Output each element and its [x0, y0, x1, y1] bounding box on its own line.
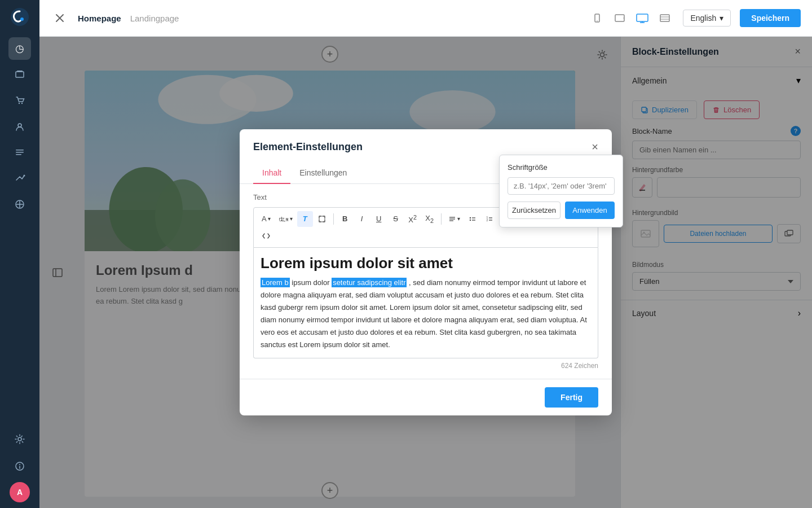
- modal-footer: Fertig: [240, 379, 612, 415]
- number-list-button[interactable]: 1 2: [482, 211, 497, 227]
- svg-point-58: [469, 217, 470, 218]
- svg-point-1: [20, 17, 24, 21]
- top-bar: Homepage Landingpage: [39, 0, 812, 37]
- selected-text-1: Lorem b: [261, 278, 290, 287]
- svg-point-4: [19, 103, 20, 104]
- svg-rect-8: [16, 152, 24, 153]
- svg-point-14: [18, 437, 21, 441]
- sidebar-item-plugins[interactable]: [8, 193, 31, 216]
- bullet-list-button[interactable]: [465, 211, 480, 227]
- sidebar-item-shopping[interactable]: [8, 89, 31, 112]
- mobile-icon[interactable]: [588, 9, 606, 27]
- gear-icon: [14, 433, 25, 445]
- shopping-icon: [14, 95, 25, 106]
- editor-body: Lorem b ipsum dolor setetur sadipscing e…: [261, 277, 591, 352]
- sidebar-item-marketing[interactable]: [8, 167, 31, 190]
- fontsize-popup-title: Schriftgröße: [508, 163, 615, 172]
- svg-rect-3: [17, 71, 23, 72]
- svg-point-23: [624, 17, 624, 18]
- svg-rect-7: [16, 150, 24, 151]
- page-title: Homepage: [78, 14, 121, 23]
- underline-button[interactable]: U: [371, 211, 387, 227]
- list-view-icon[interactable]: [656, 9, 674, 27]
- bold-button[interactable]: B: [337, 211, 353, 227]
- page-subtitle: Landingpage: [130, 14, 179, 23]
- fontsize-apply-button[interactable]: Anwenden: [565, 202, 615, 219]
- expand-button[interactable]: [314, 211, 330, 227]
- code-button[interactable]: [258, 228, 274, 244]
- sidebar-item-layers[interactable]: [8, 63, 31, 86]
- font-family-dropdown[interactable]: ꭦᴍ ▾: [275, 211, 296, 227]
- marketing-icon: [14, 173, 25, 184]
- svg-rect-22: [615, 15, 624, 21]
- sidebar-item-users[interactable]: [8, 115, 31, 138]
- svg-text:2: 2: [486, 218, 488, 222]
- done-button[interactable]: Fertig: [545, 387, 598, 408]
- content-icon: [14, 147, 25, 158]
- avatar[interactable]: A: [10, 482, 30, 502]
- text-type-button[interactable]: T: [297, 211, 313, 227]
- svg-point-6: [18, 124, 21, 127]
- svg-rect-27: [660, 15, 669, 21]
- superscript-button[interactable]: X2: [405, 211, 421, 227]
- sidebar-item-dashboard[interactable]: ◷: [8, 37, 31, 60]
- device-selector: [588, 9, 674, 27]
- info-icon: [14, 461, 25, 472]
- font-size-dropdown[interactable]: A ▾: [258, 211, 274, 227]
- svg-rect-2: [16, 72, 24, 77]
- svg-point-21: [597, 20, 598, 21]
- plugins-icon: [14, 199, 25, 210]
- fontsize-reset-button[interactable]: Zurücksetzen: [508, 202, 561, 219]
- subscript-button[interactable]: X2: [422, 211, 438, 227]
- tab-einstellungen[interactable]: Einstellungen: [290, 163, 356, 184]
- main-area: +: [39, 37, 812, 508]
- svg-point-5: [21, 103, 23, 104]
- modal-close-button[interactable]: ×: [592, 141, 598, 154]
- save-button[interactable]: Speichern: [740, 9, 801, 27]
- align-dropdown[interactable]: ▾: [445, 211, 464, 227]
- italic-button[interactable]: I: [354, 211, 370, 227]
- desktop-icon[interactable]: [633, 9, 651, 27]
- left-sidebar: ◷: [0, 0, 39, 508]
- fontsize-popup: Schriftgröße Zurücksetzen Anwenden: [499, 155, 623, 227]
- tab-inhalt[interactable]: Inhalt: [253, 163, 290, 184]
- sidebar-item-settings[interactable]: [8, 428, 31, 450]
- strikethrough-button[interactable]: S: [388, 211, 404, 227]
- editor-heading: Lorem ipsum dolor sit amet: [261, 255, 591, 272]
- char-count: 624 Zeichen: [253, 358, 598, 370]
- svg-rect-9: [16, 154, 21, 155]
- editor-content[interactable]: Lorem ipsum dolor sit amet Lorem b ipsum…: [253, 248, 598, 359]
- svg-point-16: [19, 464, 20, 465]
- tablet-icon[interactable]: [611, 9, 629, 27]
- close-icon: [55, 13, 65, 23]
- selected-text-2: setetur sadipscing elitr: [332, 278, 407, 287]
- layers-icon: [14, 69, 25, 80]
- chevron-down-icon: ▾: [720, 14, 723, 23]
- modal-title: Element-Einstellungen: [253, 141, 363, 153]
- app-logo: [8, 6, 31, 28]
- modal-overlay[interactable]: Element-Einstellungen × Inhalt Einstellu…: [39, 37, 812, 508]
- sidebar-item-content[interactable]: [8, 141, 31, 164]
- fontsize-input[interactable]: [508, 177, 615, 195]
- svg-rect-24: [637, 14, 648, 21]
- close-button[interactable]: [51, 9, 69, 27]
- element-settings-modal: Element-Einstellungen × Inhalt Einstellu…: [240, 129, 612, 416]
- svg-point-59: [469, 220, 470, 221]
- users-icon: [14, 121, 25, 132]
- sidebar-item-info[interactable]: [8, 455, 31, 478]
- language-selector[interactable]: English ▾: [683, 10, 731, 27]
- svg-point-10: [24, 175, 25, 177]
